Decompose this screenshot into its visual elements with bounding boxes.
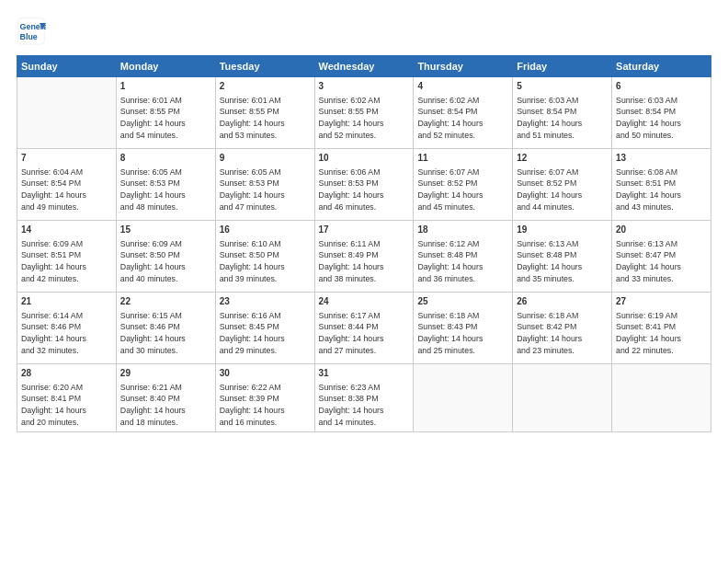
day-info: and 47 minutes. bbox=[220, 201, 311, 213]
day-cell: 23Sunrise: 6:16 AMSunset: 8:45 PMDayligh… bbox=[215, 293, 314, 364]
day-number: 16 bbox=[220, 224, 311, 237]
week-row-5: 28Sunrise: 6:20 AMSunset: 8:41 PMDayligh… bbox=[17, 364, 711, 432]
day-info: Sunset: 8:46 PM bbox=[120, 321, 211, 333]
day-info: and 14 minutes. bbox=[319, 417, 410, 429]
day-info: Daylight: 14 hours bbox=[319, 190, 410, 201]
day-info: Sunset: 8:51 PM bbox=[616, 178, 707, 190]
day-cell: 9Sunrise: 6:05 AMSunset: 8:53 PMDaylight… bbox=[215, 149, 314, 221]
day-cell: 27Sunrise: 6:19 AMSunset: 8:41 PMDayligh… bbox=[612, 293, 711, 364]
day-info: Daylight: 14 hours bbox=[120, 118, 211, 130]
day-info: and 49 minutes. bbox=[21, 201, 112, 213]
day-info: Daylight: 14 hours bbox=[120, 405, 211, 417]
day-info: Sunrise: 6:02 AM bbox=[319, 95, 410, 107]
day-info: Sunrise: 6:18 AM bbox=[417, 310, 508, 322]
day-number: 2 bbox=[220, 80, 311, 94]
day-number: 11 bbox=[417, 152, 508, 166]
day-info: Sunset: 8:39 PM bbox=[220, 393, 311, 405]
day-info: Sunset: 8:54 PM bbox=[616, 106, 707, 118]
day-info: Sunset: 8:47 PM bbox=[616, 249, 707, 261]
week-row-4: 21Sunrise: 6:14 AMSunset: 8:46 PMDayligh… bbox=[17, 293, 711, 364]
day-cell: 28Sunrise: 6:20 AMSunset: 8:41 PMDayligh… bbox=[17, 364, 117, 432]
day-info: Sunrise: 6:18 AM bbox=[517, 310, 608, 322]
day-info: Daylight: 14 hours bbox=[616, 118, 707, 130]
day-info: Sunrise: 6:02 AM bbox=[417, 95, 508, 107]
day-number: 7 bbox=[21, 152, 112, 166]
day-info: Daylight: 14 hours bbox=[120, 333, 211, 345]
day-info: Sunrise: 6:04 AM bbox=[21, 167, 112, 178]
header: General Blue bbox=[17, 17, 711, 46]
day-info: Sunset: 8:52 PM bbox=[417, 178, 508, 190]
day-number: 17 bbox=[319, 224, 410, 237]
day-info: Sunset: 8:54 PM bbox=[21, 178, 112, 190]
day-number: 22 bbox=[120, 295, 211, 309]
day-info: Daylight: 14 hours bbox=[21, 190, 112, 201]
day-info: and 48 minutes. bbox=[120, 201, 211, 213]
day-cell: 11Sunrise: 6:07 AMSunset: 8:52 PMDayligh… bbox=[414, 149, 513, 221]
day-info: Sunrise: 6:22 AM bbox=[220, 382, 311, 394]
calendar-table: SundayMondayTuesdayWednesdayThursdayFrid… bbox=[17, 55, 711, 432]
day-info: Daylight: 14 hours bbox=[616, 261, 707, 273]
day-info: Sunrise: 6:23 AM bbox=[319, 382, 410, 394]
day-info: and 43 minutes. bbox=[616, 201, 707, 213]
day-info: and 52 minutes. bbox=[417, 130, 508, 142]
day-number: 12 bbox=[517, 152, 608, 166]
day-info: Daylight: 14 hours bbox=[21, 261, 112, 273]
day-info: Sunrise: 6:08 AM bbox=[616, 167, 707, 178]
day-info: and 20 minutes. bbox=[21, 417, 112, 429]
day-info: and 30 minutes. bbox=[120, 345, 211, 357]
day-cell: 3Sunrise: 6:02 AMSunset: 8:55 PMDaylight… bbox=[314, 77, 414, 149]
day-info: and 23 minutes. bbox=[517, 345, 608, 357]
day-cell: 6Sunrise: 6:03 AMSunset: 8:54 PMDaylight… bbox=[612, 77, 711, 149]
day-number: 10 bbox=[319, 152, 410, 166]
day-cell: 26Sunrise: 6:18 AMSunset: 8:42 PMDayligh… bbox=[513, 293, 612, 364]
day-info: and 22 minutes. bbox=[616, 345, 707, 357]
day-cell: 4Sunrise: 6:02 AMSunset: 8:54 PMDaylight… bbox=[414, 77, 513, 149]
day-number: 26 bbox=[517, 295, 608, 309]
header-row: SundayMondayTuesdayWednesdayThursdayFrid… bbox=[17, 56, 711, 77]
day-number: 31 bbox=[319, 367, 410, 381]
day-cell: 25Sunrise: 6:18 AMSunset: 8:43 PMDayligh… bbox=[414, 293, 513, 364]
week-row-2: 7Sunrise: 6:04 AMSunset: 8:54 PMDaylight… bbox=[17, 149, 711, 221]
day-info: Sunrise: 6:14 AM bbox=[21, 310, 112, 322]
day-cell: 20Sunrise: 6:13 AMSunset: 8:47 PMDayligh… bbox=[612, 221, 711, 293]
day-info: Sunrise: 6:01 AM bbox=[220, 95, 311, 107]
day-info: and 45 minutes. bbox=[417, 201, 508, 213]
col-header-wednesday: Wednesday bbox=[314, 56, 414, 77]
day-info: and 25 minutes. bbox=[417, 345, 508, 357]
day-info: Sunset: 8:45 PM bbox=[220, 321, 311, 333]
day-info: Daylight: 14 hours bbox=[517, 118, 608, 130]
day-info: and 35 minutes. bbox=[517, 273, 608, 285]
page: General Blue SundayMondayTuesdayWednesda… bbox=[0, 0, 728, 563]
day-number: 5 bbox=[517, 80, 608, 94]
day-info: Sunrise: 6:15 AM bbox=[120, 310, 211, 322]
day-number: 24 bbox=[319, 295, 410, 309]
day-info: Daylight: 14 hours bbox=[120, 261, 211, 273]
day-info: Daylight: 14 hours bbox=[220, 118, 311, 130]
day-info: Sunrise: 6:20 AM bbox=[21, 382, 112, 394]
day-info: Sunset: 8:48 PM bbox=[517, 249, 608, 261]
day-info: Daylight: 14 hours bbox=[616, 333, 707, 345]
day-info: Daylight: 14 hours bbox=[417, 118, 508, 130]
day-info: Sunrise: 6:16 AM bbox=[220, 310, 311, 322]
day-info: Sunset: 8:53 PM bbox=[120, 178, 211, 190]
day-number: 28 bbox=[21, 367, 112, 381]
day-info: and 44 minutes. bbox=[517, 201, 608, 213]
day-info: Sunrise: 6:06 AM bbox=[319, 167, 410, 178]
col-header-tuesday: Tuesday bbox=[215, 56, 314, 77]
day-info: Daylight: 14 hours bbox=[517, 261, 608, 273]
day-info: and 46 minutes. bbox=[319, 201, 410, 213]
day-cell bbox=[17, 77, 117, 149]
day-info: Daylight: 14 hours bbox=[417, 261, 508, 273]
day-number: 18 bbox=[417, 224, 508, 237]
day-info: Sunset: 8:54 PM bbox=[517, 106, 608, 118]
day-info: Sunrise: 6:09 AM bbox=[120, 238, 211, 250]
day-info: and 42 minutes. bbox=[21, 273, 112, 285]
svg-text:Blue: Blue bbox=[20, 32, 38, 41]
day-info: Daylight: 14 hours bbox=[517, 333, 608, 345]
day-number: 14 bbox=[21, 224, 112, 237]
day-cell: 1Sunrise: 6:01 AMSunset: 8:55 PMDaylight… bbox=[116, 77, 215, 149]
day-number: 23 bbox=[220, 295, 311, 309]
day-info: Daylight: 14 hours bbox=[616, 190, 707, 201]
day-info: Sunrise: 6:07 AM bbox=[417, 167, 508, 178]
day-number: 19 bbox=[517, 224, 608, 237]
